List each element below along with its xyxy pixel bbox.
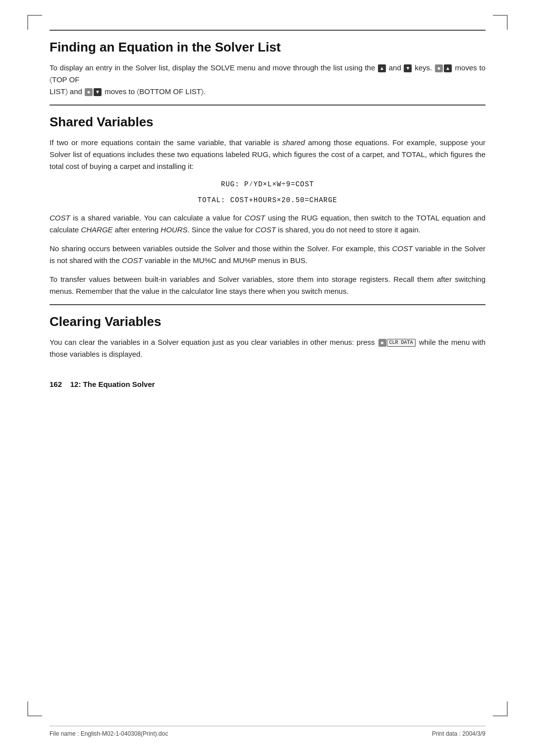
section1-list-text: LIST〉 and — [50, 87, 84, 96]
total-formula: TOTAL: COST+HOURS×20.50=CHARGE — [50, 196, 485, 204]
shift-key-small2: ■ — [85, 88, 93, 96]
section1-moves-bottom: moves to 〈BOTTOM OF LIST〉. — [105, 87, 206, 96]
footer-printdata: Print data : 2004/3/9 — [432, 730, 485, 737]
section1-title: Finding an Equation in the Solver List — [50, 40, 485, 55]
section3-divider — [50, 304, 485, 305]
page-number: 162 12: The Equation Solver — [50, 380, 155, 388]
section-finding-equation: Finding an Equation in the Solver List T… — [50, 30, 485, 98]
section2-p4: To transfer values between built-in vari… — [50, 273, 485, 297]
shift-key-clr: ■ — [378, 339, 386, 347]
corner-mark-top-right — [493, 15, 508, 30]
section1-divider — [50, 30, 485, 31]
page-number-section: 162 12: The Equation Solver — [50, 375, 485, 388]
page: Finding an Equation in the Solver List T… — [0, 0, 535, 756]
corner-mark-bottom-left — [27, 702, 42, 716]
down-arrow-key: ▼ — [404, 64, 412, 72]
shift-key-small: ■ — [435, 64, 443, 72]
section3-text-part1: You can clear the variables in a Solver … — [50, 338, 377, 346]
up-arrow-key2: ▲ — [444, 64, 452, 72]
section2-p3: No sharing occurs between variables outs… — [50, 243, 485, 267]
section1-and-text: and — [389, 63, 404, 72]
rug-formula: RUG: P∕YD×L×W÷9=COST — [50, 180, 485, 188]
corner-mark-bottom-right — [493, 702, 508, 716]
clr-data-main-key: CLR DATA — [387, 339, 416, 347]
section3-title: Clearing Variables — [50, 314, 485, 329]
footer: File name : English-M02-1-040308(Print).… — [50, 726, 485, 737]
section-clearing-variables: Clearing Variables You can clear the var… — [50, 304, 485, 360]
section3-p1: You can clear the variables in a Solver … — [50, 336, 485, 360]
section2-divider — [50, 105, 485, 106]
section1-body: To display an entry in the Solver list, … — [50, 62, 485, 98]
down-arrow-key2: ▼ — [94, 88, 102, 96]
up-arrow-key: ▲ — [378, 64, 386, 72]
section2-title: Shared Variables — [50, 114, 485, 130]
footer-filename: File name : English-M02-1-040308(Print).… — [50, 730, 168, 737]
shift-down-combo: ■▼ — [85, 88, 102, 96]
corner-mark-top-left — [27, 15, 42, 30]
section1-text-part1: To display an entry in the Solver list, … — [50, 63, 377, 72]
section2-p2: COST is a shared variable. You can calcu… — [50, 212, 485, 236]
clr-data-key-combo: ■CLR DATA — [378, 339, 416, 347]
section2-p1: If two or more equations contain the sam… — [50, 137, 485, 172]
section-shared-variables: Shared Variables If two or more equation… — [50, 105, 485, 297]
section1-keys-text: keys. — [415, 63, 434, 72]
shift-up-combo: ■▲ — [435, 64, 452, 72]
